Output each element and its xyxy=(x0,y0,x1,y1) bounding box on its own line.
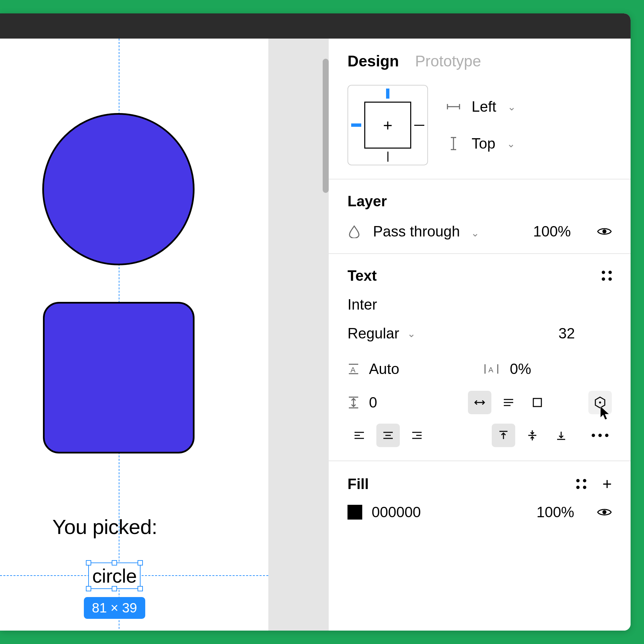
canvas-text-label[interactable]: You picked: xyxy=(52,515,157,539)
cursor-icon xyxy=(600,406,610,420)
app-window: You picked: circle 81 × 39 xyxy=(0,13,631,631)
text-align-center-button[interactable] xyxy=(376,424,400,447)
tab-prototype[interactable]: Prototype xyxy=(415,52,481,70)
blend-mode-value: Pass through xyxy=(373,223,460,239)
align-middle-icon xyxy=(528,430,537,441)
fill-section: Fill + 000000 100% xyxy=(329,461,631,534)
line-height-icon: A xyxy=(347,363,360,375)
align-left-icon xyxy=(354,431,365,440)
horizontal-constraint-dropdown[interactable]: Left ⌄ xyxy=(447,98,612,115)
layer-section: Layer Pass through ⌄ 100% xyxy=(329,179,631,253)
text-align-bottom-button[interactable] xyxy=(549,424,573,447)
chevron-down-icon: ⌄ xyxy=(407,328,416,339)
text-align-middle-button[interactable] xyxy=(521,424,544,447)
canvas-shape-circle[interactable] xyxy=(42,113,195,265)
resize-fixed-button[interactable] xyxy=(526,391,549,414)
fill-styles-button[interactable] xyxy=(576,479,586,489)
align-center-icon xyxy=(383,431,393,440)
resize-handle[interactable] xyxy=(86,560,91,566)
paragraph-spacing-input[interactable]: 0 xyxy=(369,394,377,411)
auto-height-icon xyxy=(502,397,515,408)
constraints-section: + Left xyxy=(329,82,631,179)
fill-section-title: Fill xyxy=(347,476,369,492)
vertical-constraint-icon xyxy=(447,137,460,150)
resize-auto-width-button[interactable] xyxy=(468,391,491,414)
layer-opacity-input[interactable]: 100% xyxy=(533,223,571,240)
window-titlebar xyxy=(0,13,631,39)
visibility-toggle[interactable] xyxy=(597,226,612,236)
blend-mode-icon xyxy=(347,225,361,238)
text-styles-button[interactable] xyxy=(602,271,612,281)
text-section-title: Text xyxy=(347,267,377,284)
auto-width-icon xyxy=(473,398,486,407)
align-right-icon xyxy=(412,431,422,440)
more-icon xyxy=(592,434,608,437)
svg-rect-20 xyxy=(533,398,541,407)
align-top-icon xyxy=(499,430,508,440)
selected-text-content: circle xyxy=(92,565,137,587)
selection-dimensions-badge: 81 × 39 xyxy=(84,597,145,619)
horizontal-constraint-icon xyxy=(447,100,460,113)
chevron-down-icon: ⌄ xyxy=(507,138,515,150)
constraints-widget[interactable]: + xyxy=(347,85,428,165)
text-align-left-button[interactable] xyxy=(347,424,371,447)
canvas[interactable]: You picked: circle 81 × 39 xyxy=(0,39,268,631)
text-section: Text Inter Regular ⌄ 32 xyxy=(329,253,631,461)
letter-spacing-icon: A xyxy=(484,363,500,375)
resize-handle[interactable] xyxy=(112,586,117,591)
chevron-down-icon: ⌄ xyxy=(471,227,479,238)
paragraph-spacing-icon xyxy=(347,396,360,409)
font-weight-value: Regular xyxy=(347,325,399,342)
font-family-dropdown[interactable]: Inter xyxy=(347,296,612,313)
add-fill-button[interactable]: + xyxy=(602,475,612,493)
letter-spacing-input[interactable]: 0% xyxy=(510,361,531,377)
eye-icon xyxy=(597,226,612,236)
fill-opacity-input[interactable]: 100% xyxy=(536,504,574,521)
properties-panel: Design Prototype + xyxy=(329,39,631,631)
svg-point-22 xyxy=(599,401,601,404)
fill-color-swatch[interactable] xyxy=(347,505,362,520)
layer-section-title: Layer xyxy=(347,193,612,210)
horizontal-constraint-value: Left xyxy=(472,98,496,115)
fill-hex-input[interactable]: 000000 xyxy=(372,504,421,521)
font-size-input[interactable]: 32 xyxy=(558,325,612,342)
svg-point-6 xyxy=(602,229,606,233)
font-weight-dropdown[interactable]: Regular ⌄ xyxy=(347,325,416,342)
resize-handle[interactable] xyxy=(112,560,117,566)
vertical-constraint-value: Top xyxy=(472,135,495,152)
text-align-right-button[interactable] xyxy=(405,424,429,447)
align-bottom-icon xyxy=(556,430,566,440)
resize-handle[interactable] xyxy=(86,586,91,591)
eye-icon xyxy=(597,507,612,517)
vertical-constraint-dropdown[interactable]: Top ⌄ xyxy=(447,135,612,152)
chevron-down-icon: ⌄ xyxy=(507,101,516,113)
fixed-size-icon xyxy=(532,397,542,408)
text-align-top-button[interactable] xyxy=(492,424,515,447)
more-text-options-button[interactable] xyxy=(588,424,612,447)
resize-handle[interactable] xyxy=(138,560,143,566)
svg-point-39 xyxy=(602,510,606,514)
blend-mode-dropdown[interactable]: Pass through ⌄ xyxy=(373,223,479,240)
scrollbar-thumb[interactable] xyxy=(323,59,329,193)
fill-visibility-toggle[interactable] xyxy=(597,507,612,517)
line-height-input[interactable]: Auto xyxy=(369,361,399,377)
scrollbar-track xyxy=(268,39,329,631)
resize-auto-height-button[interactable] xyxy=(497,391,520,414)
tab-design[interactable]: Design xyxy=(347,52,399,70)
canvas-shape-rounded-rect[interactable] xyxy=(43,302,195,453)
svg-text:A: A xyxy=(351,366,356,374)
resize-handle[interactable] xyxy=(138,586,143,591)
svg-text:A: A xyxy=(488,366,493,374)
selected-text-element[interactable]: circle xyxy=(88,562,141,589)
